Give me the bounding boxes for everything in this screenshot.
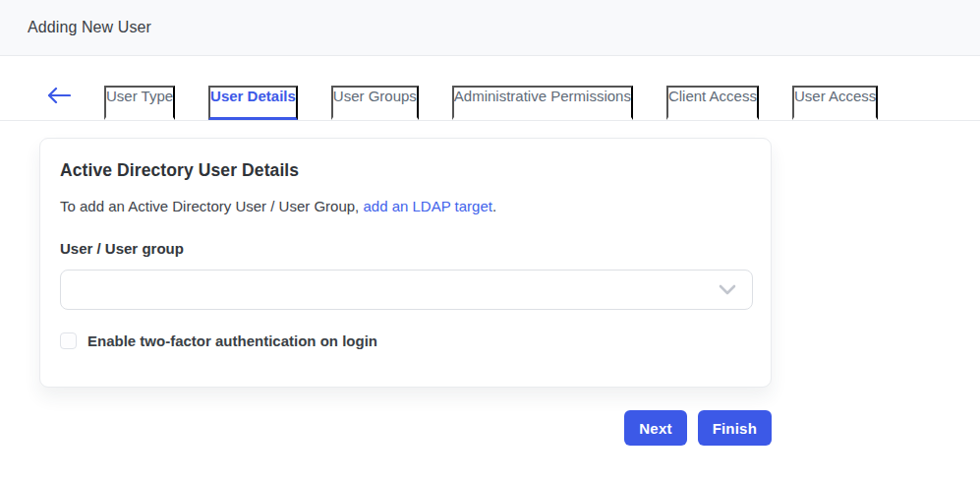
arrow-left-icon [47, 88, 71, 106]
tab-user-groups[interactable]: User Groups [331, 86, 419, 120]
page-title: Adding New User [28, 19, 151, 36]
finish-button[interactable]: Finish [698, 410, 772, 446]
tab-client-access[interactable]: Client Access [666, 86, 759, 120]
tab-user-details[interactable]: User Details [208, 86, 298, 120]
wizard-actions: Next Finish [39, 410, 772, 446]
chevron-down-icon [719, 281, 736, 299]
wizard-tabbar: User Type User Details User Groups Admin… [0, 86, 980, 121]
user-group-select[interactable] [60, 270, 753, 310]
description-period: . [492, 198, 496, 214]
card-description: To add an Active Directory User / User G… [60, 198, 751, 214]
tab-administrative-permissions[interactable]: Administrative Permissions [452, 86, 633, 120]
page-header: Adding New User [0, 0, 980, 56]
card-title: Active Directory User Details [60, 160, 751, 181]
two-factor-row: Enable two-factor authentication on logi… [60, 332, 751, 349]
user-group-field-label: User / User group [60, 240, 751, 257]
next-button[interactable]: Next [624, 410, 686, 446]
tab-user-type[interactable]: User Type [104, 86, 175, 120]
back-button[interactable] [47, 88, 71, 120]
add-ldap-target-link[interactable]: add an LDAP target [363, 198, 491, 214]
description-text: To add an Active Directory User / User G… [60, 198, 363, 214]
two-factor-checkbox[interactable] [60, 332, 77, 349]
active-directory-user-details-card: Active Directory User Details To add an … [39, 138, 772, 388]
two-factor-checkbox-label[interactable]: Enable two-factor authentication on logi… [87, 332, 377, 349]
tab-user-access[interactable]: User Access [792, 86, 878, 120]
